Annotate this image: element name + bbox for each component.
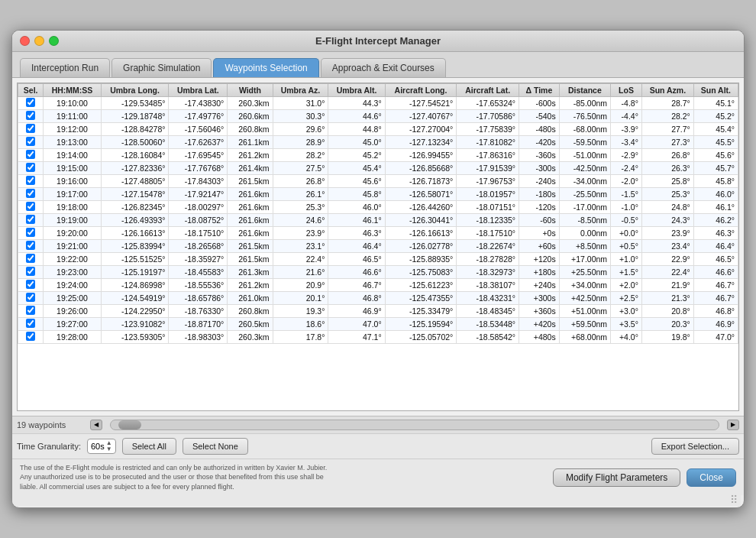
table-row: 19:18:00-126.82345°-18.00297°261.6km25.3…: [18, 200, 738, 213]
row-select-checkbox[interactable]: [26, 254, 35, 263]
table-cell: -68.00nm: [559, 122, 610, 135]
row-checkbox[interactable]: [18, 122, 44, 135]
export-selection-button[interactable]: Export Selection...: [651, 438, 739, 455]
table-cell: -126.16613°: [385, 226, 457, 239]
table-cell: -17.43830°: [169, 96, 228, 109]
table-cell: -3.9°: [611, 122, 642, 135]
row-checkbox[interactable]: [18, 213, 44, 226]
horizontal-scrollbar[interactable]: [110, 420, 719, 430]
table-cell: -128.16084°: [101, 148, 169, 161]
row-select-checkbox[interactable]: [26, 98, 35, 107]
time-granularity-select[interactable]: 60s ▲ ▼: [87, 439, 116, 454]
table-cell: 45.8°: [328, 187, 385, 200]
table-cell: -1.5°: [611, 187, 642, 200]
modify-flight-button[interactable]: Modify Flight Parameters: [553, 468, 680, 487]
waypoints-table: Sel.HH:MM:SSUmbra Long.Umbra Lat.WidthUm…: [18, 83, 738, 344]
col-header-sun-azm-: Sun Azm.: [641, 83, 693, 96]
row-checkbox[interactable]: [18, 148, 44, 161]
select-none-button[interactable]: Select None: [183, 438, 248, 455]
close-button[interactable]: [20, 36, 30, 46]
row-checkbox[interactable]: [18, 135, 44, 148]
data-table-container[interactable]: Sel.HH:MM:SSUmbra Long.Umbra Lat.WidthUm…: [17, 83, 739, 411]
tab-waypoints[interactable]: Waypoints Selection: [213, 58, 318, 77]
col-header---time: Δ Time: [519, 83, 560, 96]
row-select-checkbox[interactable]: [26, 215, 35, 224]
row-select-checkbox[interactable]: [26, 332, 35, 341]
row-select-checkbox[interactable]: [26, 137, 35, 146]
row-checkbox[interactable]: [18, 200, 44, 213]
tab-graphic[interactable]: Graphic Simulation: [111, 58, 212, 77]
row-select-checkbox[interactable]: [26, 241, 35, 250]
table-cell: 261.5km: [228, 252, 273, 265]
row-select-checkbox[interactable]: [26, 124, 35, 133]
scroll-right-arrow[interactable]: ▶: [727, 420, 739, 430]
table-cell: 46.5°: [328, 252, 385, 265]
scroll-left-arrow[interactable]: ◀: [90, 420, 102, 430]
row-checkbox[interactable]: [18, 304, 44, 317]
row-checkbox[interactable]: [18, 187, 44, 200]
row-checkbox[interactable]: [18, 252, 44, 265]
col-header-aircraft-lat-: Aircraft Lat.: [457, 83, 519, 96]
table-cell: 24.8°: [641, 200, 693, 213]
table-cell: -17.84303°: [169, 174, 228, 187]
table-cell: -51.00nm: [559, 148, 610, 161]
row-checkbox[interactable]: [18, 226, 44, 239]
resize-handle[interactable]: ⠿: [11, 494, 741, 506]
table-cell: -18.12335°: [457, 213, 519, 226]
table-row: 19:23:00-125.19197°-18.45583°261.3km21.6…: [18, 265, 738, 278]
row-select-checkbox[interactable]: [26, 306, 35, 315]
table-cell: 24.6°: [273, 213, 328, 226]
row-select-checkbox[interactable]: [26, 111, 35, 120]
row-select-checkbox[interactable]: [26, 319, 35, 328]
table-cell: -18.76330°: [169, 304, 228, 317]
row-select-checkbox[interactable]: [26, 202, 35, 211]
table-cell: 19:26:00: [44, 304, 101, 317]
table-cell: 27.7°: [641, 122, 693, 135]
row-checkbox[interactable]: [18, 278, 44, 291]
row-select-checkbox[interactable]: [26, 189, 35, 198]
tab-approach[interactable]: Approach & Exit Courses: [321, 58, 446, 77]
table-cell: 28.7°: [641, 96, 693, 109]
zoom-button[interactable]: [49, 36, 59, 46]
table-cell: +42.50nm: [559, 291, 610, 304]
table-row: 19:15:00-127.82336°-17.76768°261.4km27.5…: [18, 161, 738, 174]
minimize-button[interactable]: [34, 36, 44, 46]
table-cell: 19:14:00: [44, 148, 101, 161]
row-checkbox[interactable]: [18, 96, 44, 109]
col-header-width: Width: [228, 83, 273, 96]
close-dialog-button[interactable]: Close: [687, 468, 736, 487]
table-cell: -126.49393°: [101, 213, 169, 226]
table-cell: 22.9°: [641, 252, 693, 265]
row-select-checkbox[interactable]: [26, 280, 35, 289]
row-select-checkbox[interactable]: [26, 163, 35, 172]
table-cell: 20.9°: [273, 278, 328, 291]
main-content: Sel.HH:MM:SSUmbra Long.Umbra Lat.WidthUm…: [12, 78, 744, 416]
row-checkbox[interactable]: [18, 109, 44, 122]
row-select-checkbox[interactable]: [26, 176, 35, 185]
row-checkbox[interactable]: [18, 330, 44, 343]
row-select-checkbox[interactable]: [26, 150, 35, 159]
table-cell: +0.5°: [611, 239, 642, 252]
table-cell: 45.6°: [693, 148, 738, 161]
table-cell: -18.55536°: [169, 278, 228, 291]
table-cell: 30.3°: [273, 109, 328, 122]
tab-interception[interactable]: Interception Run: [20, 58, 110, 77]
table-row: 19:27:00-123.91082°-18.87170°260.5km18.6…: [18, 317, 738, 330]
col-header-hh-mm-ss: HH:MM:SS: [44, 83, 101, 96]
row-select-checkbox[interactable]: [26, 267, 35, 276]
table-cell: -17.75839°: [457, 122, 519, 135]
table-cell: 261.6km: [228, 226, 273, 239]
row-checkbox[interactable]: [18, 291, 44, 304]
row-checkbox[interactable]: [18, 161, 44, 174]
row-checkbox[interactable]: [18, 317, 44, 330]
row-select-checkbox[interactable]: [26, 293, 35, 302]
row-checkbox[interactable]: [18, 174, 44, 187]
table-cell: -17.76768°: [169, 161, 228, 174]
table-cell: 19:10:00: [44, 96, 101, 109]
table-cell: -126.44260°: [385, 200, 457, 213]
select-all-button[interactable]: Select All: [122, 438, 176, 455]
table-cell: +3.5°: [611, 317, 642, 330]
row-checkbox[interactable]: [18, 265, 44, 278]
row-select-checkbox[interactable]: [26, 228, 35, 237]
row-checkbox[interactable]: [18, 239, 44, 252]
